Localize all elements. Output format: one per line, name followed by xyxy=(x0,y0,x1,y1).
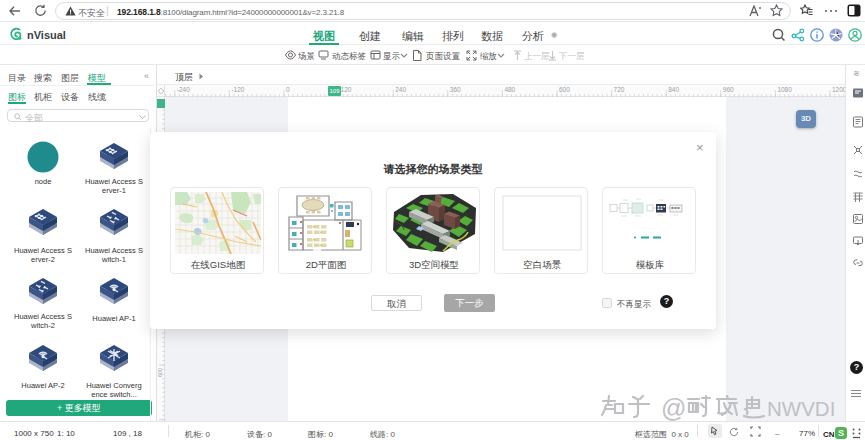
svg-text:1200: 1200 xyxy=(832,86,845,93)
svg-text:-120: -120 xyxy=(231,86,244,93)
svg-text:120: 120 xyxy=(341,86,352,93)
svg-text:360: 360 xyxy=(450,86,461,93)
svg-text:NWVDI: NWVDI xyxy=(767,397,835,420)
svg-text:600: 600 xyxy=(559,86,570,93)
svg-text:1080: 1080 xyxy=(777,86,792,93)
svg-text:600: 600 xyxy=(157,368,163,377)
svg-text:@: @ xyxy=(661,394,686,422)
svg-text:-240: -240 xyxy=(177,86,190,93)
svg-text:240: 240 xyxy=(395,86,406,93)
svg-text:840: 840 xyxy=(668,86,679,93)
svg-text:720: 720 xyxy=(614,86,625,93)
svg-text:0: 0 xyxy=(286,86,290,93)
svg-text:960: 960 xyxy=(723,86,734,93)
svg-text:480: 480 xyxy=(504,86,515,93)
